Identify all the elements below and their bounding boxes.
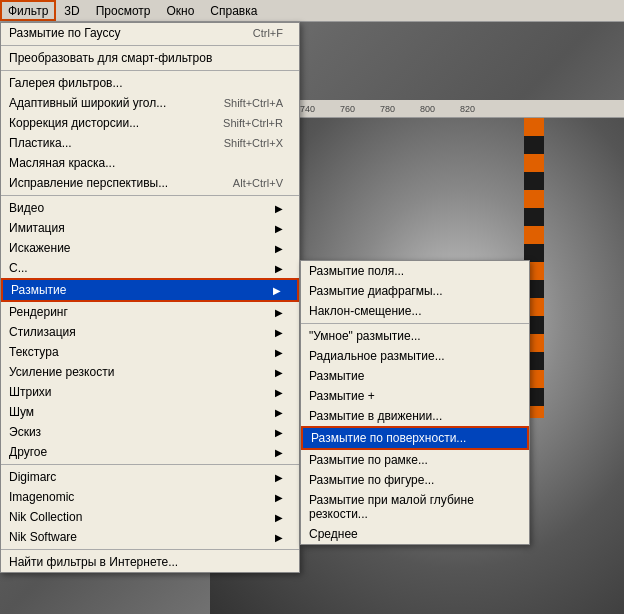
filter-blur-gaussian[interactable]: Размытие по Гауссу Ctrl+F [1, 23, 299, 43]
filter-lens-correct[interactable]: Коррекция дисторсии... Shift+Ctrl+R [1, 113, 299, 133]
divider-2 [1, 70, 299, 71]
menubar: Фильтр 3D Просмотр Окно Справка [0, 0, 624, 22]
filter-find-online[interactable]: Найти фильтры в Интернете... [1, 552, 299, 572]
ruler-mark-760: 760 [340, 104, 355, 114]
blur-plus[interactable]: Размытие + [301, 386, 529, 406]
blur-smart[interactable]: "Умное" размытие... [301, 326, 529, 346]
divider-1 [1, 45, 299, 46]
filter-smart-filter[interactable]: Преобразовать для смарт-фильтров [1, 48, 299, 68]
blur-shape[interactable]: Размытие по фигуре... [301, 470, 529, 490]
divider-5 [1, 549, 299, 550]
blur-motion[interactable]: Размытие в движении... [301, 406, 529, 426]
filter-oil-paint[interactable]: Масляная краска... [1, 153, 299, 173]
filter-other2[interactable]: Другое ▶ [1, 442, 299, 462]
blur-surface[interactable]: Размытие по поверхности... [301, 426, 529, 450]
filter-liquify[interactable]: Пластика... Shift+Ctrl+X [1, 133, 299, 153]
filter-imagenomic[interactable]: Imagenomic ▶ [1, 487, 299, 507]
filter-perspective[interactable]: Исправление перспективы... Alt+Ctrl+V [1, 173, 299, 193]
filter-sharpen[interactable]: Усиление резкости ▶ [1, 362, 299, 382]
blur-field[interactable]: Размытие поля... [301, 261, 529, 281]
ruler-mark-800: 800 [420, 104, 435, 114]
filter-nik-collection[interactable]: Nik Collection ▶ [1, 507, 299, 527]
filter-digimarc[interactable]: Digimarc ▶ [1, 467, 299, 487]
blur-frame[interactable]: Размытие по рамке... [301, 450, 529, 470]
filter-video[interactable]: Видео ▶ [1, 198, 299, 218]
blur-radial[interactable]: Радиальное размытие... [301, 346, 529, 366]
divider-3 [1, 195, 299, 196]
filter-brush-strokes[interactable]: Штрихи ▶ [1, 382, 299, 402]
ruler-mark-780: 780 [380, 104, 395, 114]
blur-iris[interactable]: Размытие диафрагмы... [301, 281, 529, 301]
ruler-mark-740: 740 [300, 104, 315, 114]
menubar-help[interactable]: Справка [202, 0, 265, 21]
menubar-view[interactable]: Просмотр [88, 0, 159, 21]
filter-gallery[interactable]: Галерея фильтров... [1, 73, 299, 93]
blur-depth[interactable]: Размытие при малой глубине резкости... [301, 490, 529, 524]
filter-dropdown-menu: Размытие по Гауссу Ctrl+F Преобразовать … [0, 22, 300, 573]
filter-noise[interactable]: Шум ▶ [1, 402, 299, 422]
filter-texture[interactable]: Текстура ▶ [1, 342, 299, 362]
divider-4 [1, 464, 299, 465]
filter-blur[interactable]: Размытие ▶ [1, 278, 299, 302]
ruler-mark-820: 820 [460, 104, 475, 114]
blur-submenu: Размытие поля... Размытие диафрагмы... Н… [300, 260, 530, 545]
filter-rendering[interactable]: Рендеринг ▶ [1, 302, 299, 322]
blur-divider-1 [301, 323, 529, 324]
blur-tilt-shift[interactable]: Наклон-смещение... [301, 301, 529, 321]
menubar-window[interactable]: Окно [158, 0, 202, 21]
filter-sketch[interactable]: Эскиз ▶ [1, 422, 299, 442]
blur-plain[interactable]: Размытие [301, 366, 529, 386]
filter-distort[interactable]: Искажение ▶ [1, 238, 299, 258]
filter-imitation[interactable]: Имитация ▶ [1, 218, 299, 238]
filter-other-c[interactable]: С... ▶ [1, 258, 299, 278]
filter-nik-software[interactable]: Nik Software ▶ [1, 527, 299, 547]
menubar-filter[interactable]: Фильтр [0, 0, 56, 21]
filter-stylize[interactable]: Стилизация ▶ [1, 322, 299, 342]
menubar-3d[interactable]: 3D [56, 0, 87, 21]
blur-average[interactable]: Среднее [301, 524, 529, 544]
filter-adaptive-wide[interactable]: Адаптивный широкий угол... Shift+Ctrl+A [1, 93, 299, 113]
